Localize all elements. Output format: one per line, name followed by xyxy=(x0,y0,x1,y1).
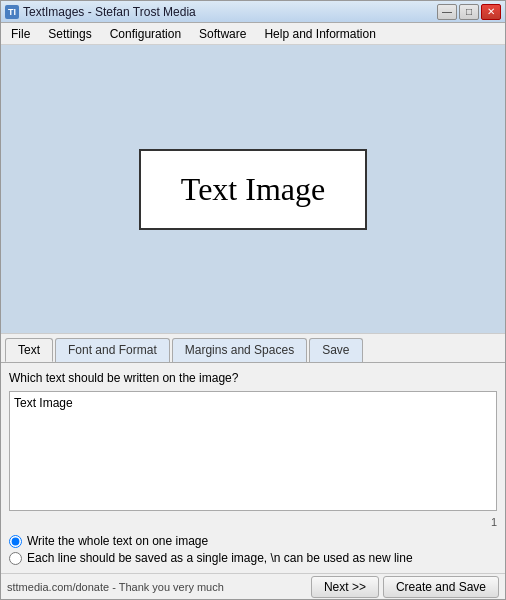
main-window: TI TextImages - Stefan Trost Media — □ ✕… xyxy=(0,0,506,600)
radio-whole-text[interactable] xyxy=(9,535,22,548)
bottom-buttons: Next >> Create and Save xyxy=(311,576,499,598)
preview-image-box: Text Image xyxy=(139,149,367,230)
donate-text: sttmedia.com/donate - Thank you very muc… xyxy=(7,581,224,593)
menu-configuration[interactable]: Configuration xyxy=(102,25,189,43)
create-save-button[interactable]: Create and Save xyxy=(383,576,499,598)
close-button[interactable]: ✕ xyxy=(481,4,501,20)
tab-question: Which text should be written on the imag… xyxy=(9,371,497,385)
radio-single-lines-label[interactable]: Each line should be saved as a single im… xyxy=(9,551,497,565)
char-count-row: 1 xyxy=(9,516,497,528)
char-count: 1 xyxy=(491,516,497,528)
menu-bar: File Settings Configuration Software Hel… xyxy=(1,23,505,45)
next-button[interactable]: Next >> xyxy=(311,576,379,598)
tab-margins[interactable]: Margins and Spaces xyxy=(172,338,307,362)
maximize-button[interactable]: □ xyxy=(459,4,479,20)
radio-whole-text-text: Write the whole text on one image xyxy=(27,534,208,548)
radio-single-lines-text: Each line should be saved as a single im… xyxy=(27,551,413,565)
text-input[interactable]: Text Image xyxy=(9,391,497,511)
tab-content: Which text should be written on the imag… xyxy=(1,362,505,573)
textarea-wrapper: Text Image xyxy=(9,391,497,514)
window-title: TextImages - Stefan Trost Media xyxy=(23,5,196,19)
radio-whole-text-label[interactable]: Write the whole text on one image xyxy=(9,534,497,548)
title-controls: — □ ✕ xyxy=(437,4,501,20)
tab-save[interactable]: Save xyxy=(309,338,362,362)
menu-file[interactable]: File xyxy=(3,25,38,43)
preview-text: Text Image xyxy=(181,171,325,208)
radio-group: Write the whole text on one image Each l… xyxy=(9,534,497,565)
tab-text[interactable]: Text xyxy=(5,338,53,362)
title-bar-left: TI TextImages - Stefan Trost Media xyxy=(5,5,196,19)
minimize-button[interactable]: — xyxy=(437,4,457,20)
title-bar: TI TextImages - Stefan Trost Media — □ ✕ xyxy=(1,1,505,23)
radio-single-lines[interactable] xyxy=(9,552,22,565)
menu-help[interactable]: Help and Information xyxy=(256,25,383,43)
menu-settings[interactable]: Settings xyxy=(40,25,99,43)
tabs-row: Text Font and Format Margins and Spaces … xyxy=(1,334,505,362)
menu-software[interactable]: Software xyxy=(191,25,254,43)
status-bar: sttmedia.com/donate - Thank you very muc… xyxy=(1,573,505,599)
tab-font[interactable]: Font and Format xyxy=(55,338,170,362)
tabs-section: Text Font and Format Margins and Spaces … xyxy=(1,333,505,573)
preview-area: Text Image xyxy=(1,45,505,333)
app-icon: TI xyxy=(5,5,19,19)
